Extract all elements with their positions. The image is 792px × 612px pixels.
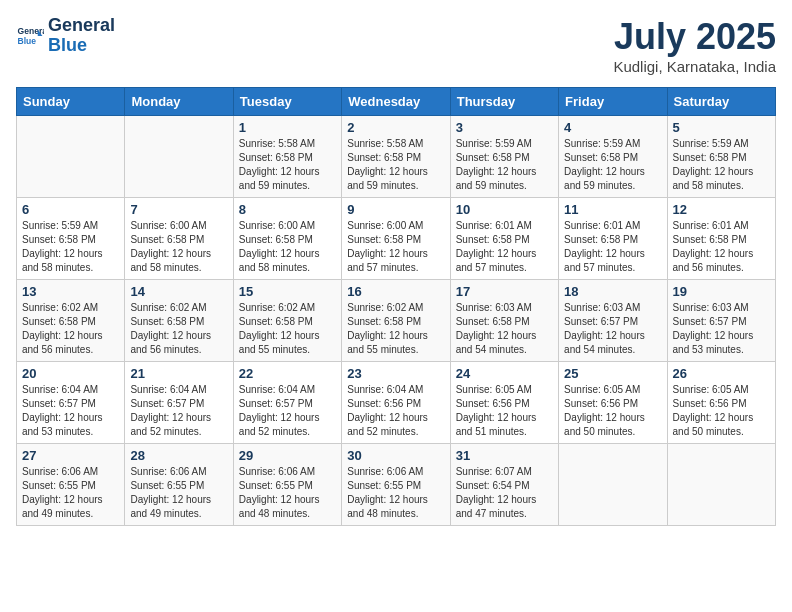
calendar-cell: 19Sunrise: 6:03 AMSunset: 6:57 PMDayligh… — [667, 280, 775, 362]
day-info: Sunrise: 6:06 AMSunset: 6:55 PMDaylight:… — [347, 465, 444, 521]
day-number: 16 — [347, 284, 444, 299]
day-number: 21 — [130, 366, 227, 381]
weekday-header-friday: Friday — [559, 88, 667, 116]
day-number: 31 — [456, 448, 553, 463]
calendar-cell: 2Sunrise: 5:58 AMSunset: 6:58 PMDaylight… — [342, 116, 450, 198]
day-info: Sunrise: 6:04 AMSunset: 6:56 PMDaylight:… — [347, 383, 444, 439]
day-info: Sunrise: 6:02 AMSunset: 6:58 PMDaylight:… — [22, 301, 119, 357]
calendar-cell: 15Sunrise: 6:02 AMSunset: 6:58 PMDayligh… — [233, 280, 341, 362]
day-number: 4 — [564, 120, 661, 135]
calendar-cell — [559, 444, 667, 526]
day-number: 12 — [673, 202, 770, 217]
calendar-cell: 25Sunrise: 6:05 AMSunset: 6:56 PMDayligh… — [559, 362, 667, 444]
calendar-cell: 17Sunrise: 6:03 AMSunset: 6:58 PMDayligh… — [450, 280, 558, 362]
day-number: 23 — [347, 366, 444, 381]
day-info: Sunrise: 6:04 AMSunset: 6:57 PMDaylight:… — [130, 383, 227, 439]
day-number: 8 — [239, 202, 336, 217]
month-title: July 2025 — [613, 16, 776, 58]
calendar-cell: 6Sunrise: 5:59 AMSunset: 6:58 PMDaylight… — [17, 198, 125, 280]
day-info: Sunrise: 5:58 AMSunset: 6:58 PMDaylight:… — [239, 137, 336, 193]
day-number: 24 — [456, 366, 553, 381]
day-info: Sunrise: 6:02 AMSunset: 6:58 PMDaylight:… — [130, 301, 227, 357]
calendar-cell: 16Sunrise: 6:02 AMSunset: 6:58 PMDayligh… — [342, 280, 450, 362]
day-info: Sunrise: 6:05 AMSunset: 6:56 PMDaylight:… — [673, 383, 770, 439]
calendar-cell: 29Sunrise: 6:06 AMSunset: 6:55 PMDayligh… — [233, 444, 341, 526]
calendar-cell: 10Sunrise: 6:01 AMSunset: 6:58 PMDayligh… — [450, 198, 558, 280]
day-info: Sunrise: 5:59 AMSunset: 6:58 PMDaylight:… — [564, 137, 661, 193]
day-info: Sunrise: 5:59 AMSunset: 6:58 PMDaylight:… — [456, 137, 553, 193]
calendar-cell: 22Sunrise: 6:04 AMSunset: 6:57 PMDayligh… — [233, 362, 341, 444]
logo-icon: General Blue — [16, 22, 44, 50]
day-info: Sunrise: 6:05 AMSunset: 6:56 PMDaylight:… — [564, 383, 661, 439]
header: General Blue GeneralBlue July 2025 Kudli… — [16, 16, 776, 75]
day-info: Sunrise: 6:03 AMSunset: 6:58 PMDaylight:… — [456, 301, 553, 357]
week-row-4: 20Sunrise: 6:04 AMSunset: 6:57 PMDayligh… — [17, 362, 776, 444]
calendar-cell — [17, 116, 125, 198]
svg-text:Blue: Blue — [18, 36, 37, 46]
day-info: Sunrise: 6:06 AMSunset: 6:55 PMDaylight:… — [130, 465, 227, 521]
calendar-cell: 5Sunrise: 5:59 AMSunset: 6:58 PMDaylight… — [667, 116, 775, 198]
day-number: 10 — [456, 202, 553, 217]
day-info: Sunrise: 6:00 AMSunset: 6:58 PMDaylight:… — [130, 219, 227, 275]
weekday-header-wednesday: Wednesday — [342, 88, 450, 116]
day-number: 20 — [22, 366, 119, 381]
day-info: Sunrise: 6:00 AMSunset: 6:58 PMDaylight:… — [239, 219, 336, 275]
calendar-cell: 9Sunrise: 6:00 AMSunset: 6:58 PMDaylight… — [342, 198, 450, 280]
day-number: 18 — [564, 284, 661, 299]
calendar-cell: 21Sunrise: 6:04 AMSunset: 6:57 PMDayligh… — [125, 362, 233, 444]
day-info: Sunrise: 6:03 AMSunset: 6:57 PMDaylight:… — [564, 301, 661, 357]
day-info: Sunrise: 6:04 AMSunset: 6:57 PMDaylight:… — [239, 383, 336, 439]
calendar-cell — [125, 116, 233, 198]
day-number: 27 — [22, 448, 119, 463]
day-number: 28 — [130, 448, 227, 463]
calendar-cell: 28Sunrise: 6:06 AMSunset: 6:55 PMDayligh… — [125, 444, 233, 526]
calendar-cell: 24Sunrise: 6:05 AMSunset: 6:56 PMDayligh… — [450, 362, 558, 444]
calendar-cell: 12Sunrise: 6:01 AMSunset: 6:58 PMDayligh… — [667, 198, 775, 280]
day-number: 6 — [22, 202, 119, 217]
day-info: Sunrise: 5:58 AMSunset: 6:58 PMDaylight:… — [347, 137, 444, 193]
day-info: Sunrise: 6:02 AMSunset: 6:58 PMDaylight:… — [347, 301, 444, 357]
calendar-cell: 11Sunrise: 6:01 AMSunset: 6:58 PMDayligh… — [559, 198, 667, 280]
day-info: Sunrise: 6:06 AMSunset: 6:55 PMDaylight:… — [22, 465, 119, 521]
location: Kudligi, Karnataka, India — [613, 58, 776, 75]
calendar-cell: 8Sunrise: 6:00 AMSunset: 6:58 PMDaylight… — [233, 198, 341, 280]
week-row-1: 1Sunrise: 5:58 AMSunset: 6:58 PMDaylight… — [17, 116, 776, 198]
day-number: 1 — [239, 120, 336, 135]
day-number: 25 — [564, 366, 661, 381]
logo-text: GeneralBlue — [48, 16, 115, 56]
day-info: Sunrise: 6:02 AMSunset: 6:58 PMDaylight:… — [239, 301, 336, 357]
day-number: 17 — [456, 284, 553, 299]
day-number: 7 — [130, 202, 227, 217]
calendar-cell: 3Sunrise: 5:59 AMSunset: 6:58 PMDaylight… — [450, 116, 558, 198]
day-number: 14 — [130, 284, 227, 299]
calendar-cell: 23Sunrise: 6:04 AMSunset: 6:56 PMDayligh… — [342, 362, 450, 444]
calendar-cell: 4Sunrise: 5:59 AMSunset: 6:58 PMDaylight… — [559, 116, 667, 198]
calendar-cell: 26Sunrise: 6:05 AMSunset: 6:56 PMDayligh… — [667, 362, 775, 444]
day-info: Sunrise: 6:04 AMSunset: 6:57 PMDaylight:… — [22, 383, 119, 439]
day-number: 9 — [347, 202, 444, 217]
calendar-cell: 30Sunrise: 6:06 AMSunset: 6:55 PMDayligh… — [342, 444, 450, 526]
day-number: 5 — [673, 120, 770, 135]
day-info: Sunrise: 6:01 AMSunset: 6:58 PMDaylight:… — [673, 219, 770, 275]
day-number: 22 — [239, 366, 336, 381]
day-number: 13 — [22, 284, 119, 299]
day-number: 29 — [239, 448, 336, 463]
calendar-cell: 7Sunrise: 6:00 AMSunset: 6:58 PMDaylight… — [125, 198, 233, 280]
day-number: 15 — [239, 284, 336, 299]
calendar-cell: 20Sunrise: 6:04 AMSunset: 6:57 PMDayligh… — [17, 362, 125, 444]
weekday-header-tuesday: Tuesday — [233, 88, 341, 116]
weekday-header-monday: Monday — [125, 88, 233, 116]
day-number: 11 — [564, 202, 661, 217]
day-info: Sunrise: 6:00 AMSunset: 6:58 PMDaylight:… — [347, 219, 444, 275]
day-info: Sunrise: 6:07 AMSunset: 6:54 PMDaylight:… — [456, 465, 553, 521]
weekday-header-sunday: Sunday — [17, 88, 125, 116]
calendar-cell: 13Sunrise: 6:02 AMSunset: 6:58 PMDayligh… — [17, 280, 125, 362]
day-number: 30 — [347, 448, 444, 463]
weekday-header-row: SundayMondayTuesdayWednesdayThursdayFrid… — [17, 88, 776, 116]
day-number: 3 — [456, 120, 553, 135]
week-row-5: 27Sunrise: 6:06 AMSunset: 6:55 PMDayligh… — [17, 444, 776, 526]
calendar-cell: 1Sunrise: 5:58 AMSunset: 6:58 PMDaylight… — [233, 116, 341, 198]
calendar-cell: 27Sunrise: 6:06 AMSunset: 6:55 PMDayligh… — [17, 444, 125, 526]
logo: General Blue GeneralBlue — [16, 16, 115, 56]
day-info: Sunrise: 5:59 AMSunset: 6:58 PMDaylight:… — [22, 219, 119, 275]
